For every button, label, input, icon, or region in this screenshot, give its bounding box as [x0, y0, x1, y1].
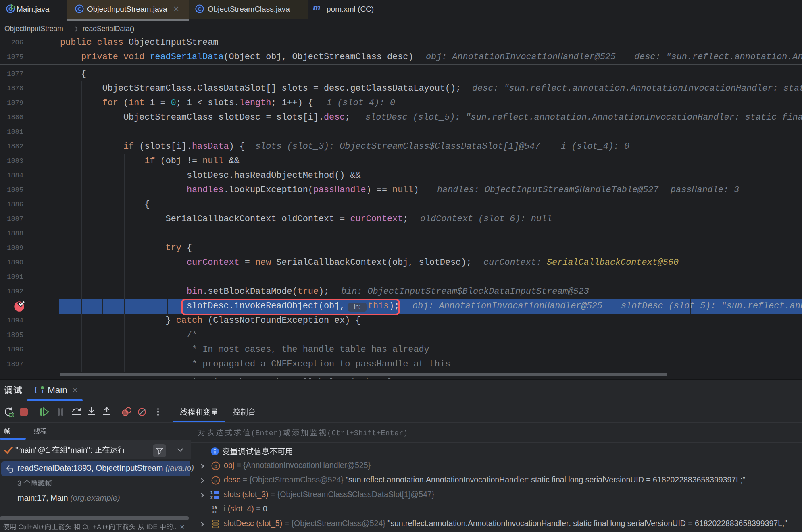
svg-text:p: p [214, 463, 217, 469]
svg-text:C: C [198, 6, 202, 12]
svg-text:01: 01 [212, 510, 217, 514]
svg-text:2: 2 [210, 495, 213, 500]
svg-text:C: C [77, 6, 81, 12]
svg-text:p: p [214, 478, 217, 484]
svg-text:1: 1 [210, 490, 213, 495]
